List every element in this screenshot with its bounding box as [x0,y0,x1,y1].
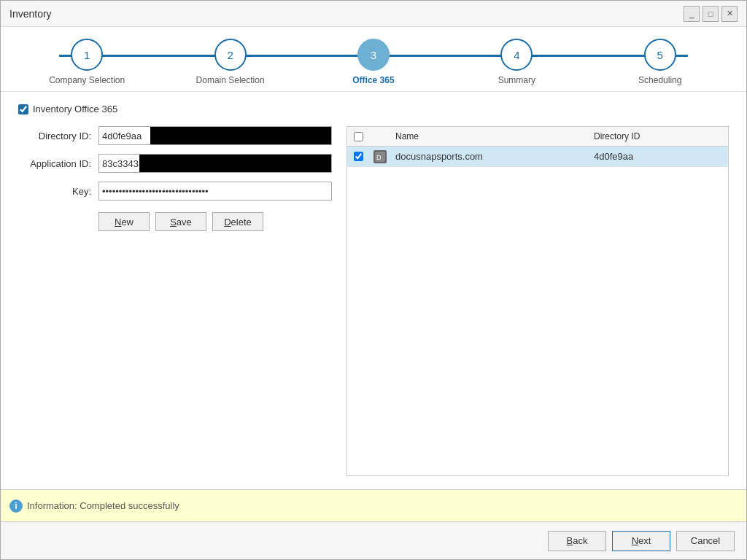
step-5-scheduling[interactable]: 5 Scheduling [609,39,711,85]
step-2-circle: 2 [214,39,247,71]
svg-text:D: D [376,154,382,161]
title-bar: Inventory ⎯ □ ✕ [1,1,746,27]
application-id-input[interactable] [98,154,332,173]
th-actions-col [692,130,728,143]
content-area: Inventory Office 365 Directory ID: Appli… [1,92,746,489]
new-button[interactable]: New [98,212,150,231]
inventory-office365-checkbox[interactable] [18,104,28,114]
bottom-bar: Back Next Cancel [1,521,746,559]
application-id-row: Application ID: [18,154,332,173]
step-5-circle: 5 [644,39,676,71]
th-name-col: Name [391,130,589,143]
minimize-button[interactable]: ⎯ [684,6,700,22]
next-button[interactable]: Next [612,531,670,551]
save-button[interactable]: Save [155,212,206,231]
directory-id-input[interactable] [98,126,332,145]
step-3-label: Office 365 [352,75,394,85]
window-controls: ⎯ □ ✕ [684,6,738,22]
form-buttons: New Save Delete [18,212,332,231]
th-checkbox-col [347,130,369,143]
info-icon: i [9,499,23,513]
step-5-label: Scheduling [638,75,681,85]
main-area: Directory ID: Application ID: Key: New S… [18,126,729,476]
step-2-label: Domain Selection [196,75,265,85]
step-3-office365[interactable]: 3 Office 365 [322,39,425,85]
step-4-circle: 4 [500,39,533,71]
maximize-button[interactable]: □ [703,6,719,22]
key-input[interactable] [98,182,332,201]
inventory-checkbox-row: Inventory Office 365 [18,104,729,114]
row-directory-id-cell: 4d0fe9aa [589,149,692,163]
window-title: Inventory [9,8,52,20]
step-1-label: Company Selection [49,75,125,85]
cancel-button[interactable]: Cancel [676,531,735,551]
main-window: Inventory ⎯ □ ✕ 1 Company Selection 2 Do… [0,0,747,560]
th-directory-id-col: Directory ID [589,130,692,143]
table-row[interactable]: D docusnapsports.com 4d0fe9aa [347,147,728,167]
back-button[interactable]: Back [548,531,606,551]
status-message: Information: Completed successfully [27,500,179,511]
row-checkbox-cell [347,152,369,161]
status-bar: i Information: Completed successfully [1,489,746,521]
step-1-company-selection[interactable]: 1 Company Selection [36,39,138,85]
row-checkbox[interactable] [354,152,363,161]
key-label: Key: [18,186,98,197]
table-header-checkbox[interactable] [354,132,363,141]
application-id-label: Application ID: [18,158,98,169]
directory-id-row: Directory ID: [18,126,332,145]
close-button[interactable]: ✕ [721,6,738,22]
row-icon-cell: D [369,150,391,163]
key-row: Key: [18,182,332,201]
domain-icon: D [374,150,387,163]
table-header: Name Directory ID [347,127,728,147]
form-section: Directory ID: Application ID: Key: New S… [18,126,332,476]
step-3-circle: 3 [357,39,390,71]
step-4-summary[interactable]: 4 Summary [465,39,568,85]
directory-id-label: Directory ID: [18,131,98,141]
step-2-domain-selection[interactable]: 2 Domain Selection [179,39,282,85]
wizard-steps: 1 Company Selection 2 Domain Selection 3… [1,27,746,92]
inventory-office365-label: Inventory Office 365 [33,104,117,114]
delete-button[interactable]: Delete [212,212,263,231]
th-icon-col [369,130,391,143]
step-4-label: Summary [498,75,535,85]
domain-table: Name Directory ID D [347,126,729,476]
row-name-cell: docusnapsports.com [391,149,589,163]
step-1-circle: 1 [71,39,103,71]
